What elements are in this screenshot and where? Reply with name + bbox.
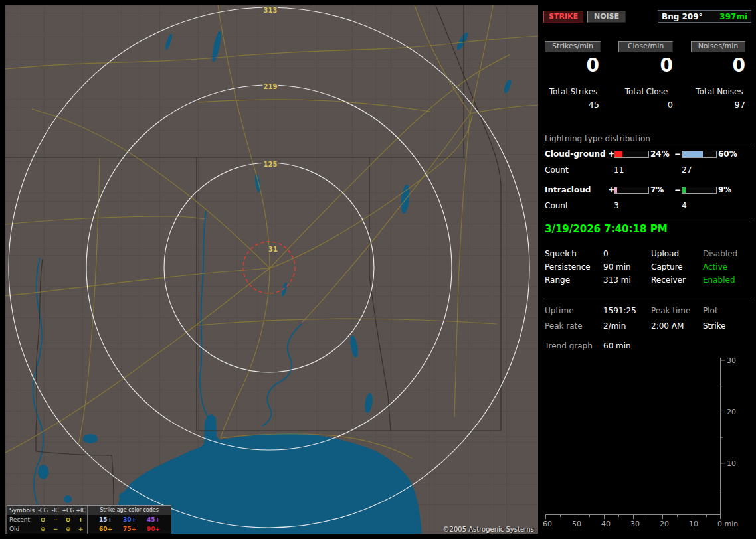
divider	[543, 220, 751, 220]
strike-toggle-button[interactable]: STRIKE	[543, 11, 583, 23]
plot-value: Strike	[703, 321, 726, 331]
total-noises-label: Total Noises	[690, 87, 749, 96]
ic-positive-pct: 7%	[650, 185, 664, 194]
range-ring-label: 219	[264, 83, 278, 90]
ic-positive-bar-fill	[614, 187, 617, 193]
y-tick: 20	[727, 408, 736, 416]
legend-old-row: Old ⊖ − ⊕ + 60+ 75+ 90+	[7, 524, 171, 534]
ic-negative-pct: 9%	[718, 185, 731, 194]
peak-rate-value: 2/min	[603, 321, 626, 331]
range-ring-label: 31	[268, 246, 278, 253]
ic-negative-bar-fill	[682, 187, 686, 193]
legend-age-title: Strike age color codes	[87, 506, 171, 515]
age-code: 90+	[142, 526, 165, 532]
range-value: 313 mi	[603, 275, 631, 285]
cg-positive-count: 11	[614, 165, 624, 175]
cg-negative-pct: 60%	[718, 149, 737, 159]
pos-cg-symbol-icon: ⊕	[62, 526, 74, 532]
peak-time-value: 2:00 AM	[651, 321, 684, 331]
map-canvas: 313 219 125 31	[5, 5, 538, 534]
legend-col-pos-ic: +IC	[74, 508, 87, 514]
neg-cg-symbol-icon: ⊖	[37, 516, 49, 523]
x-tick: 20	[660, 520, 669, 528]
noises-per-min-value: 0	[691, 54, 745, 76]
map-legend: Symbols -CG -IC +CG +IC Strike age color…	[7, 505, 171, 534]
squelch-label: Squelch	[545, 249, 577, 258]
range-ring-label: 313	[264, 7, 278, 14]
y-tick: 30	[727, 356, 736, 365]
pos-ic-symbol-icon: +	[74, 526, 87, 532]
close-per-min-value: 0	[618, 54, 673, 76]
capture-status: Active	[703, 262, 727, 271]
cg-negative-bar	[682, 151, 717, 158]
strikes-per-min-button[interactable]: Strikes/min	[545, 41, 601, 52]
status-panel: STRIKE NOISE Bng 209° 397mi Strikes/min …	[543, 0, 756, 539]
bearing-label: Bng 209°	[662, 12, 703, 21]
legend-old-label: Old	[7, 526, 37, 532]
ic-negative-count: 4	[682, 201, 687, 210]
cg-positive-bar	[614, 151, 649, 158]
uptime-value: 1591:25	[603, 306, 636, 315]
legend-divider	[87, 515, 94, 524]
noises-per-min-button[interactable]: Noises/min	[691, 41, 745, 52]
capture-label: Capture	[651, 262, 683, 271]
pos-cg-symbol-icon: ⊕	[62, 516, 74, 523]
legend-col-pos-cg: +CG	[62, 508, 74, 514]
neg-cg-symbol-icon: ⊖	[37, 526, 49, 532]
legend-symbols-title: Symbols	[7, 507, 37, 514]
x-tick: 50	[572, 520, 581, 528]
map[interactable]: 313 219 125 31 Symbols -CG -IC +CG +IC S…	[5, 5, 538, 534]
age-code: 45+	[142, 516, 165, 523]
neg-ic-symbol-icon: −	[49, 526, 62, 532]
cloud-ground-label: Cloud-ground	[545, 149, 606, 159]
cg-negative-count: 27	[682, 165, 692, 175]
legend-divider	[87, 524, 94, 534]
ic-positive-count: 3	[614, 201, 619, 210]
divider	[543, 299, 751, 299]
ic-count-label: Count	[545, 201, 569, 210]
total-noises-value: 97	[691, 100, 745, 110]
x-tick: 40	[601, 520, 611, 528]
strikes-per-min-value: 0	[545, 54, 599, 76]
trend-graph: 30 20 10 60 50 40 30 20 10 0 min	[543, 354, 751, 534]
x-tick: 10	[689, 520, 698, 528]
uptime-label: Uptime	[545, 306, 574, 315]
squelch-value: 0	[603, 249, 609, 258]
x-tick: 60	[543, 520, 552, 528]
pos-ic-symbol-icon: +	[74, 516, 87, 523]
total-strikes-value: 45	[545, 100, 599, 110]
divider	[543, 145, 751, 145]
ic-positive-bar	[614, 187, 649, 194]
cg-positive-pct: 24%	[650, 149, 670, 159]
x-tick: 30	[630, 520, 640, 528]
intracloud-label: Intracloud	[545, 185, 591, 194]
cg-positive-bar-fill	[614, 151, 622, 157]
noise-toggle-button[interactable]: NOISE	[587, 11, 626, 23]
legend-recent-row: Recent ⊖ − ⊕ + 15+ 30+ 45+	[7, 515, 171, 524]
trend-axes	[545, 358, 725, 519]
range-ring-label: 125	[264, 161, 278, 168]
trend-tick-labels: 30 20 10 60 50 40 30 20 10 0 min	[543, 356, 738, 528]
app-window: 313 219 125 31 Symbols -CG -IC +CG +IC S…	[0, 0, 756, 539]
persistence-value: 90 min	[603, 262, 631, 271]
peak-rate-label: Peak rate	[545, 321, 583, 331]
cg-negative-bar-fill	[682, 151, 703, 157]
persistence-label: Persistence	[545, 262, 591, 271]
receiver-label: Receiver	[651, 275, 686, 285]
receiver-status: Enabled	[703, 275, 735, 285]
age-code: 75+	[118, 526, 142, 532]
trend-graph-label: Trend graph	[545, 341, 593, 350]
legend-col-neg-ic: -IC	[49, 508, 62, 514]
minus-sign: −	[674, 185, 681, 194]
age-code: 60+	[94, 526, 118, 532]
age-code: 15+	[94, 516, 118, 523]
legend-header: Symbols -CG -IC +CG +IC Strike age color…	[7, 506, 171, 515]
neg-ic-symbol-icon: −	[49, 516, 62, 523]
cg-count-label: Count	[545, 165, 569, 175]
legend-recent-label: Recent	[7, 516, 37, 523]
range-label: Range	[545, 275, 570, 285]
trend-graph-window: 60 min	[603, 341, 631, 350]
close-per-min-button[interactable]: Close/min	[618, 41, 673, 52]
total-strikes-label: Total Strikes	[543, 87, 603, 96]
upload-status: Disabled	[703, 249, 737, 258]
